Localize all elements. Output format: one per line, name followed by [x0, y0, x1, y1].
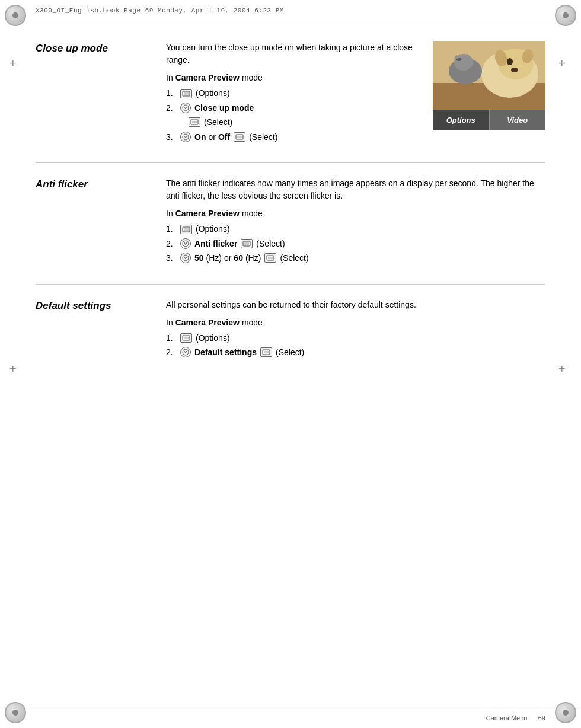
default-settings-title: Default settings — [36, 300, 111, 311]
footer-page-number: 69 — [538, 714, 545, 721]
toolbar-video-btn: Video — [490, 110, 546, 130]
svg-rect-22 — [184, 228, 189, 231]
anti-flicker-description: The anti flicker indicates how many time… — [166, 177, 545, 202]
section-default-settings: Default settings All personal settings c… — [36, 299, 545, 360]
close-up-step-1: 1. (Options) — [166, 87, 423, 100]
crosshair-left-mid — [11, 365, 21, 375]
default-settings-camera-preview-label: In Camera Preview mode — [166, 316, 545, 329]
svg-point-4 — [507, 58, 513, 65]
default-settings-step-1: 1. (Options) — [166, 331, 545, 344]
photo-svg — [433, 41, 545, 110]
default-settings-description: All personal settings can be returned to… — [166, 299, 545, 311]
camera-photo: 🛒 — [433, 41, 545, 130]
photo-content: 🛒 — [433, 41, 545, 110]
close-up-step-3: 3. On or Off (Select) — [166, 130, 423, 143]
anti-flicker-content: The anti flicker indicates how many time… — [166, 177, 545, 266]
svg-point-18 — [183, 134, 189, 140]
select-button-icon-af-3 — [264, 253, 276, 263]
nav-icon-3 — [180, 132, 191, 142]
close-up-mode-content: 🛒 — [166, 41, 545, 145]
close-up-step-2b: (Select) — [166, 116, 423, 129]
anti-flicker-step-3: 3. 50 (Hz) or 60 (Hz) (Select) — [166, 251, 545, 264]
svg-rect-20 — [237, 136, 242, 138]
default-settings-title-col: Default settings — [36, 299, 166, 360]
nav-icon-af-3 — [180, 253, 191, 263]
anti-flicker-step-1: 1. (Options) — [166, 222, 545, 235]
section-close-up-mode: Close up mode 🛒 — [36, 41, 545, 145]
anti-flicker-title-col: Anti flicker — [36, 177, 166, 266]
svg-point-26 — [183, 255, 189, 261]
close-up-camera-preview-label: In Camera Preview mode — [166, 71, 423, 84]
svg-point-15 — [183, 105, 189, 111]
svg-point-23 — [183, 241, 189, 247]
svg-rect-17 — [192, 121, 197, 123]
crosshair-right-top — [560, 59, 570, 70]
close-up-title-col: Close up mode — [36, 41, 166, 145]
anti-flicker-step-2: 2. Anti flicker (Select) — [166, 237, 545, 250]
svg-point-31 — [183, 349, 189, 355]
crosshair-right-mid — [560, 365, 570, 375]
section-anti-flicker: Anti flicker The anti flicker indicates … — [36, 177, 545, 266]
svg-rect-14 — [184, 92, 189, 95]
close-up-mode-title: Close up mode — [36, 43, 108, 54]
image-toolbar: Options Video — [433, 110, 545, 130]
footer-spacer — [527, 714, 538, 721]
options-button-icon-af — [180, 225, 192, 234]
divider-1 — [36, 162, 545, 163]
select-button-icon-2 — [189, 117, 200, 127]
anti-flicker-camera-preview-label: In Camera Preview mode — [166, 207, 545, 220]
svg-rect-33 — [264, 351, 269, 353]
footer-bar: Camera Menu 69 — [0, 707, 581, 728]
nav-icon-af-2 — [180, 238, 191, 249]
svg-rect-28 — [268, 257, 273, 259]
select-button-icon-3 — [234, 132, 245, 142]
default-settings-content: All personal settings can be returned to… — [166, 299, 545, 360]
svg-rect-30 — [184, 337, 189, 339]
default-settings-step-2: 2. Default settings (Select) — [166, 346, 545, 359]
header-text: X300_OI_English.book Page 69 Monday, Apr… — [36, 7, 284, 14]
nav-icon-ds-2 — [180, 347, 191, 357]
select-button-icon-ds-2 — [260, 347, 272, 357]
main-content: Close up mode 🛒 — [36, 30, 545, 698]
svg-rect-25 — [244, 242, 249, 245]
crosshair-left-top — [11, 59, 21, 70]
toolbar-options-btn: Options — [433, 110, 490, 130]
header-bar: X300_OI_English.book Page 69 Monday, Apr… — [0, 0, 581, 21]
close-up-step-2: 2. Close up mode — [166, 101, 423, 114]
close-up-image: 🛒 — [433, 41, 545, 130]
footer-section-label: Camera Menu — [486, 714, 528, 721]
nav-icon-2 — [180, 103, 191, 113]
select-button-icon-af-2 — [241, 239, 253, 248]
options-button-icon — [180, 89, 192, 98]
options-button-icon-ds — [180, 333, 192, 343]
svg-point-7 — [511, 68, 518, 72]
anti-flicker-title: Anti flicker — [36, 178, 88, 190]
divider-2 — [36, 284, 545, 285]
